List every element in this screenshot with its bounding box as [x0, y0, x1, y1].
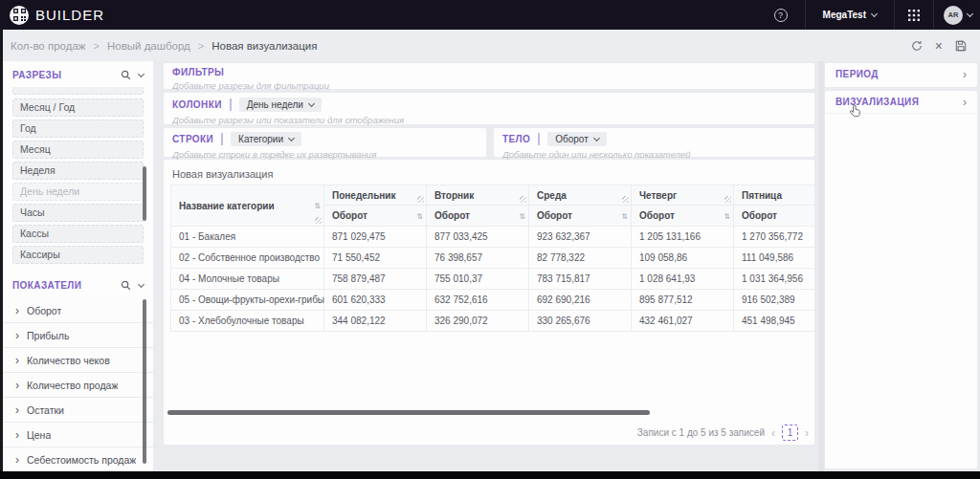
chip-label: Категории — [238, 134, 283, 144]
rows-hint: Добавьте строки в порядке их развертыван… — [172, 149, 478, 160]
measure-item[interactable]: › Количество продаж — [3, 373, 153, 398]
value-cell-monday: 71 550,452 — [324, 248, 427, 269]
column-subheader-measure[interactable]: Оборот ⇅ — [529, 206, 632, 227]
user-menu[interactable]: AR — [934, 6, 980, 25]
dimension-item[interactable]: День недели — [12, 183, 144, 201]
columns-chip-day-of-week[interactable]: День недели — [239, 98, 322, 112]
avatar: AR — [944, 6, 963, 25]
save-icon[interactable] — [955, 40, 967, 52]
chip-label: Оборот — [555, 134, 589, 144]
breadcrumb-separator: > — [198, 40, 204, 52]
filters-dropzone[interactable]: ФИЛЬТРЫ Добавьте разрезы для фильтрации — [164, 63, 814, 89]
category-cell: 02 - Собственное производство — [171, 248, 324, 269]
column-subheader-measure[interactable]: Оборот ⇅ — [632, 206, 734, 227]
sort-icon[interactable]: ⇅ — [416, 211, 423, 220]
search-icon[interactable] — [121, 280, 131, 291]
column-subheader-measure[interactable]: Оборот ⇅ — [324, 206, 427, 227]
sort-icon[interactable]: ⇅ — [314, 202, 321, 210]
period-section[interactable]: ПЕРИОД › — [825, 63, 977, 87]
column-header-label: Вторник — [434, 190, 474, 201]
column-subheader-measure[interactable]: Оборот ⇅ — [734, 206, 815, 227]
collapse-section-icon[interactable] — [138, 281, 145, 288]
value-cell-monday: 344 082,122 — [324, 311, 427, 332]
dimension-item[interactable]: Неделя — [12, 162, 144, 180]
column-header-day[interactable]: Среда — [529, 185, 632, 206]
rows-dropzone[interactable]: СТРОКИ Категории Добавьте строки в поряд… — [164, 128, 486, 157]
measure-label: Прибыль — [27, 330, 69, 341]
search-icon[interactable] — [121, 70, 131, 80]
measure-header-label: Оборот — [537, 210, 572, 221]
refresh-icon[interactable] — [911, 40, 923, 52]
dimension-item[interactable]: Год — [12, 120, 144, 138]
column-header-day[interactable]: Понедельник — [324, 185, 427, 206]
chevron-right-icon: › — [963, 98, 967, 107]
body-hint: Добавьте один или несколько показателей — [502, 149, 806, 160]
zone-divider — [230, 98, 232, 111]
resize-handle[interactable] — [724, 196, 731, 203]
value-cell-wednesday: 923 632,367 — [529, 227, 632, 248]
table-row[interactable]: 03 - Хлебобулочные товары 344 082,122 32… — [171, 311, 815, 332]
column-header-category[interactable]: Название категории ⇅ — [171, 185, 324, 227]
dimension-item[interactable]: Месяц / Год — [12, 98, 144, 117]
value-cell-wednesday: 330 265,676 — [529, 311, 632, 332]
main-vertical-scrollbar-track[interactable] — [818, 61, 824, 472]
visualization-settings-section[interactable]: ВИЗУАЛИЗАЦИЯ › — [825, 91, 977, 468]
columns-hint: Добавьте разрезы или показатели для отоб… — [172, 115, 806, 125]
table-row[interactable]: 04 - Молочные товары 758 879,487 755 010… — [171, 269, 815, 290]
list-item-partial[interactable] — [12, 87, 144, 95]
columns-dropzone[interactable]: КОЛОНКИ День недели Добавьте разрезы или… — [164, 93, 814, 124]
value-cell-wednesday: 82 778,322 — [529, 248, 632, 269]
column-header-day[interactable]: Четверг — [632, 185, 734, 206]
close-icon[interactable]: × — [935, 40, 943, 52]
table-row[interactable]: 05 - Овощи-фрукты-орехи-грибы 601 620,33… — [171, 290, 815, 311]
resize-handle[interactable] — [315, 217, 322, 224]
value-cell-tuesday: 76 398,657 — [427, 248, 529, 269]
dimensions-scrollbar[interactable] — [143, 166, 146, 221]
measure-item[interactable]: › Цена — [3, 423, 153, 447]
chevron-right-icon: › — [15, 331, 19, 340]
chevron-down-icon — [288, 135, 295, 142]
zone-divider — [221, 133, 223, 145]
measure-item[interactable]: › Оборот — [3, 298, 153, 323]
rows-chip-categories[interactable]: Категории — [231, 132, 301, 146]
apps-grid-icon[interactable] — [895, 0, 933, 30]
resize-handle[interactable] — [622, 196, 629, 203]
breadcrumb-item-dashboard-list[interactable]: Кол-во продаж — [11, 40, 86, 52]
workspace-selector[interactable]: MegaTest — [806, 0, 894, 30]
column-header-day[interactable]: Вторник — [427, 185, 529, 206]
body-dropzone[interactable]: ТЕЛО Оборот Добавьте один или несколько … — [494, 128, 814, 157]
dimensions-section-header: РАЗРЕЗЫ — [3, 61, 153, 85]
prev-page-icon[interactable]: ‹ — [771, 428, 775, 438]
measure-item[interactable]: › Остатки — [3, 398, 153, 423]
collapse-section-icon[interactable] — [138, 71, 145, 77]
dimension-item[interactable]: Кассиры — [12, 246, 144, 264]
app-logo[interactable]: BUILDER — [10, 6, 104, 25]
dimension-item[interactable]: Часы — [12, 204, 144, 222]
visualization-panel: Новая визуализация Название категории ⇅ — [164, 160, 814, 445]
sort-icon[interactable]: ⇅ — [519, 211, 525, 220]
value-cell-tuesday: 632 752,616 — [427, 290, 529, 311]
value-cell-tuesday: 755 010,37 — [427, 269, 529, 290]
help-icon[interactable]: ? — [774, 9, 788, 22]
next-page-icon[interactable]: › — [805, 428, 809, 438]
body-chip-turnover[interactable]: Оборот — [547, 132, 607, 146]
sort-icon[interactable]: ⇅ — [724, 211, 730, 220]
table-row[interactable]: 02 - Собственное производство 71 550,452… — [171, 248, 815, 269]
measure-item[interactable]: › Прибыль — [3, 323, 153, 348]
column-subheader-measure[interactable]: Оборот ⇅ — [427, 206, 529, 227]
sort-icon[interactable]: ⇅ — [621, 211, 628, 220]
measure-item[interactable]: › Себестоимость продаж — [3, 447, 153, 472]
measure-item[interactable]: › Количество чеков — [3, 348, 153, 373]
resize-handle[interactable] — [417, 196, 424, 203]
resize-handle[interactable] — [520, 196, 526, 203]
column-header-day[interactable]: Пятница — [734, 185, 815, 206]
table-row[interactable]: 01 - Бакалея 871 029,475 877 033,425 923… — [171, 227, 815, 248]
measures-scrollbar[interactable] — [143, 299, 146, 464]
dimension-item[interactable]: Кассы — [12, 225, 144, 243]
dimension-item[interactable]: Месяц — [12, 141, 144, 159]
horizontal-scrollbar[interactable] — [167, 410, 650, 415]
chevron-right-icon: › — [963, 70, 967, 79]
page-number-button[interactable]: 1 — [782, 425, 798, 441]
breadcrumb-item-dashboard[interactable]: Новый дашборд — [107, 40, 190, 52]
chevron-right-icon: › — [15, 381, 19, 390]
